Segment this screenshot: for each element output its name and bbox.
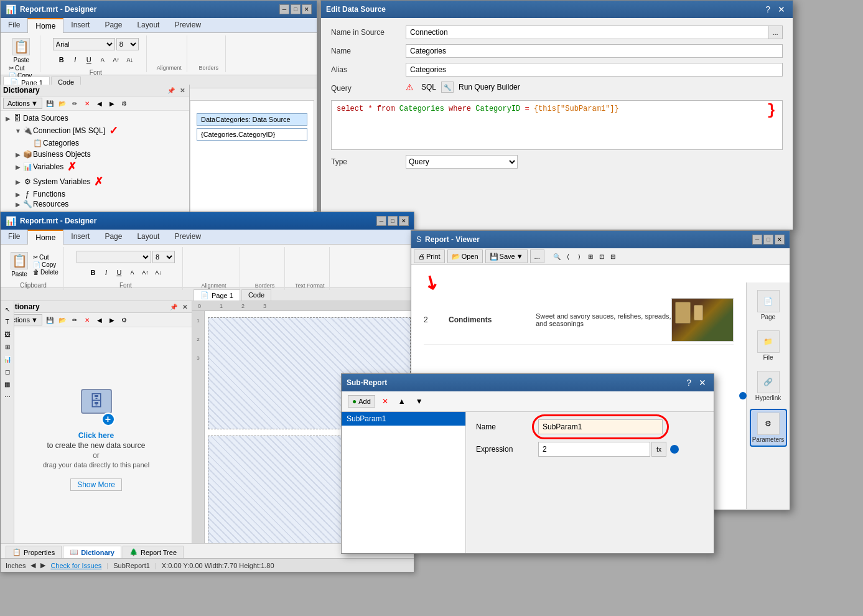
- viewer-minimize-btn[interactable]: ─: [752, 235, 762, 245]
- back-delete-icon[interactable]: ✕: [82, 98, 92, 108]
- sidebar-table-icon[interactable]: ⊞: [2, 341, 13, 352]
- edit-ds-alias-input[interactable]: [406, 63, 783, 77]
- back-expand-functions[interactable]: ▶: [14, 190, 22, 198]
- status-nav-prev[interactable]: ◀: [30, 561, 35, 569]
- back-fontsize-down-btn[interactable]: A↓: [124, 54, 136, 66]
- subreport-help-btn[interactable]: ?: [684, 378, 694, 388]
- main-fontsize-dn-btn[interactable]: A↓: [152, 266, 164, 279]
- main-open-icon[interactable]: 📂: [57, 315, 67, 325]
- status-nav-next[interactable]: ▶: [40, 561, 45, 569]
- subreport-expr-input[interactable]: [538, 442, 650, 457]
- viewer-open-btn[interactable]: 📂 Open: [447, 250, 483, 263]
- back-tab-preview[interactable]: Preview: [167, 18, 208, 32]
- sidebar-more-icon[interactable]: ⋯: [2, 391, 13, 402]
- main-save-icon[interactable]: 💾: [45, 315, 55, 325]
- edit-ds-name-in-source-input[interactable]: [406, 26, 768, 39]
- back-tree-functions[interactable]: ▶ ƒ Functions: [13, 189, 187, 199]
- main-settings-icon[interactable]: ⚙: [119, 315, 129, 325]
- back-panel-pin-icon[interactable]: 📌: [167, 86, 175, 95]
- viewer-panel-page[interactable]: 📄 Page: [755, 287, 782, 323]
- main-tab-layout[interactable]: Layout: [129, 230, 167, 244]
- viewer-panel-file[interactable]: 📁 File: [755, 328, 782, 363]
- main-copy-btn[interactable]: 📄Copy: [33, 261, 58, 268]
- back-italic-btn[interactable]: I: [69, 54, 82, 66]
- back-expand-variables[interactable]: ▶: [14, 163, 22, 170]
- back-settings-icon[interactable]: ⚙: [119, 98, 129, 108]
- viewer-icon6[interactable]: ⊟: [608, 251, 618, 261]
- main-show-more-link[interactable]: Show More: [70, 478, 122, 491]
- back-fontsize-select[interactable]: 8: [116, 38, 139, 50]
- sidebar-text-icon[interactable]: T: [2, 316, 13, 327]
- viewer-icon4[interactable]: ⊞: [585, 251, 595, 261]
- main-maximize-btn[interactable]: □: [388, 216, 398, 226]
- viewer-close-btn[interactable]: ✕: [775, 235, 785, 245]
- back-edit-icon[interactable]: ✏: [70, 98, 80, 108]
- main-properties-tab[interactable]: 📋 Properties: [6, 546, 62, 558]
- back-fontcolor-btn[interactable]: A: [96, 54, 109, 66]
- sidebar-barcode-icon[interactable]: ▦: [2, 378, 13, 390]
- main-panel-close-icon[interactable]: ✕: [180, 302, 189, 311]
- status-check-issues[interactable]: Check for Issues: [50, 562, 101, 569]
- back-tree-sysvars[interactable]: ▶ ⚙ System Variables ✗: [13, 174, 187, 189]
- edit-ds-help-btn[interactable]: ?: [763, 4, 773, 14]
- back-expand-connection[interactable]: ▼: [14, 127, 22, 134]
- back-expand-sysvars[interactable]: ▶: [14, 178, 22, 185]
- subreport-list-item-1[interactable]: SubParam1: [342, 412, 465, 426]
- main-italic-btn[interactable]: I: [100, 266, 112, 279]
- main-edit-icon[interactable]: ✏: [70, 315, 80, 325]
- main-fontsize-select[interactable]: 8: [152, 251, 175, 263]
- back-down-icon[interactable]: ▶: [107, 98, 117, 108]
- back-close-btn[interactable]: ✕: [302, 4, 312, 14]
- main-delete-btn[interactable]: 🗑Delete: [33, 269, 58, 276]
- back-tree-categories[interactable]: 📋 Categories: [23, 138, 187, 148]
- back-tab-insert[interactable]: Insert: [63, 18, 97, 32]
- back-expand-categories[interactable]: [24, 139, 32, 147]
- subreport-close-btn[interactable]: ✕: [696, 378, 709, 388]
- viewer-panel-hyperlink[interactable]: 🔗 Hyperlink: [753, 368, 784, 404]
- back-tab-file[interactable]: File: [1, 18, 27, 32]
- back-maximize-btn[interactable]: □: [291, 4, 301, 14]
- back-minimize-btn[interactable]: ─: [279, 4, 289, 14]
- main-tab-home[interactable]: Home: [27, 230, 63, 245]
- subreport-down-btn[interactable]: ▼: [413, 395, 426, 408]
- viewer-save-btn[interactable]: 💾 Save ▼: [485, 250, 528, 263]
- main-bold-btn[interactable]: B: [86, 266, 99, 279]
- back-tab-page[interactable]: Page: [97, 18, 129, 32]
- viewer-icon5[interactable]: ⊡: [597, 251, 607, 261]
- main-font-select[interactable]: [77, 251, 151, 263]
- main-fontsize-up-btn[interactable]: A↑: [139, 266, 151, 279]
- back-tree-resources[interactable]: ▶ 🔧 Resources: [13, 199, 187, 209]
- sidebar-pointer-icon[interactable]: ↖: [2, 304, 13, 315]
- main-page1-tab[interactable]: 📄Page 1: [194, 289, 240, 301]
- back-tree-variables[interactable]: ▶ 📊 Variables ✗: [13, 159, 187, 174]
- viewer-panel-parameters[interactable]: ⚙ Parameters: [750, 409, 787, 447]
- sidebar-shape-icon[interactable]: ◻: [2, 366, 13, 377]
- subreport-remove-btn[interactable]: ✕: [379, 395, 391, 408]
- back-tree-bizobjects[interactable]: ▶ 📦 Business Objects: [13, 149, 187, 159]
- edit-ds-browse-btn[interactable]: ...: [768, 26, 783, 39]
- viewer-icon3[interactable]: ⟩: [574, 251, 584, 261]
- edit-ds-sql-btn[interactable]: SQL: [421, 83, 436, 91]
- back-tree-datasources[interactable]: ▶ 🗄 Data Sources: [3, 113, 187, 123]
- back-up-icon[interactable]: ◀: [95, 98, 105, 108]
- edit-ds-query-box[interactable]: select * from Categories where CategoryI…: [331, 100, 783, 150]
- edit-ds-run-query-btn[interactable]: Run Query Builder: [459, 83, 520, 91]
- main-report-tree-tab[interactable]: 🌲 Report Tree: [123, 546, 184, 558]
- subreport-expr-fx-btn[interactable]: fx: [651, 442, 666, 457]
- back-expand-bizobjects[interactable]: ▶: [14, 151, 22, 158]
- main-down-icon[interactable]: ▶: [107, 315, 117, 325]
- sidebar-chart-icon[interactable]: 📊: [2, 353, 13, 365]
- back-expand-datasources[interactable]: ▶: [4, 114, 12, 122]
- main-tab-preview[interactable]: Preview: [167, 230, 208, 244]
- main-click-here-link[interactable]: Click here: [78, 431, 114, 440]
- edit-ds-close-btn[interactable]: ✕: [775, 4, 788, 14]
- subreport-add-btn[interactable]: ● Add: [348, 395, 375, 408]
- main-panel-pin-icon[interactable]: 📌: [169, 302, 178, 311]
- sidebar-image-icon[interactable]: 🖼: [2, 329, 13, 340]
- back-bold-btn[interactable]: B: [55, 54, 68, 66]
- main-underline-btn[interactable]: U: [113, 266, 125, 279]
- back-font-select[interactable]: Arial: [53, 38, 115, 50]
- main-up-icon[interactable]: ◀: [95, 315, 105, 325]
- main-close-btn[interactable]: ✕: [399, 216, 409, 226]
- main-tab-page[interactable]: Page: [97, 230, 129, 244]
